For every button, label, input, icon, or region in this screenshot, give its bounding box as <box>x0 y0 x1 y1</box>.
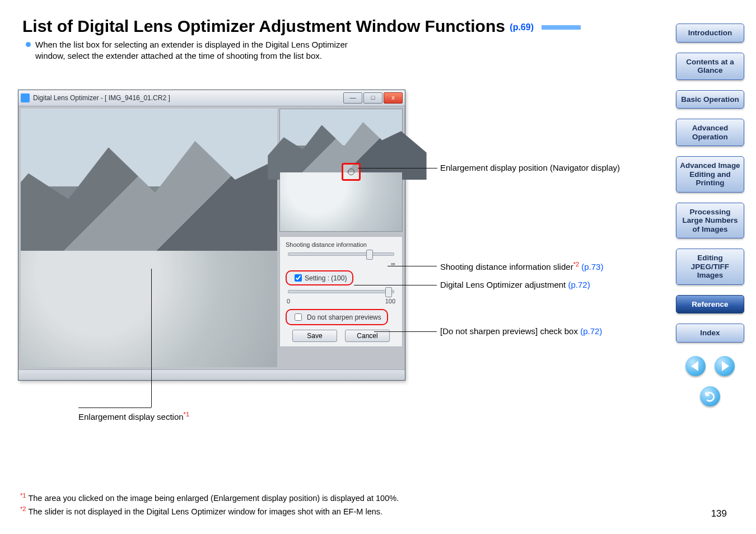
sidebar-item-introduction[interactable]: Introduction <box>676 24 744 43</box>
page-title: List of Digital Lens Optimizer Adjustmen… <box>22 17 734 36</box>
next-page-button[interactable] <box>715 356 735 376</box>
footnotes: *1The area you clicked on the image bein… <box>20 491 399 518</box>
prev-page-button[interactable] <box>685 356 706 376</box>
maximize-button[interactable]: □ <box>363 92 382 104</box>
setting-label: Setting : (100) <box>305 274 347 282</box>
minimize-button[interactable]: — <box>343 92 362 104</box>
callout-sharpen: [Do not sharpen previews] check box (p.7… <box>440 326 602 336</box>
title-text: List of Digital Lens Optimizer Adjustmen… <box>22 17 505 35</box>
scale-max: 100 <box>385 298 395 305</box>
back-button[interactable] <box>700 386 720 406</box>
sharpen-label: Do not sharpen previews <box>307 313 381 321</box>
dlo-window: Digital Lens Optimizer - [ IMG_9416_01.C… <box>18 90 405 381</box>
page-number: 139 <box>711 508 727 519</box>
title-page-ref[interactable]: (p.69) <box>510 22 534 32</box>
shooting-distance-panel: Shooting distance information ∞ Setting … <box>279 236 403 347</box>
app-icon <box>21 93 30 102</box>
navigator-display[interactable] <box>279 109 403 232</box>
callout-enlargement: Enlargement display section*1 <box>78 411 189 421</box>
sharpen-checkbox-chip[interactable]: Do not sharpen previews <box>286 309 388 325</box>
window-title: Digital Lens Optimizer - [ IMG_9416_01.C… <box>33 94 170 102</box>
setting-checkbox[interactable] <box>295 274 302 282</box>
callout-adjust: Digital Lens Optimizer adjustment (p.72) <box>440 280 590 289</box>
sidebar-item-basic-operation[interactable]: Basic Operation <box>676 90 744 109</box>
close-button[interactable]: x <box>384 92 403 104</box>
shooting-distance-slider[interactable] <box>288 252 394 256</box>
save-button[interactable]: Save <box>292 330 337 342</box>
pager <box>685 356 735 376</box>
sidebar-item-reference[interactable]: Reference <box>676 295 744 314</box>
intro-paragraph: When the list box for selecting an exten… <box>26 39 373 62</box>
title-accent-bar <box>542 25 581 30</box>
sidebar-item-processing-large-numbers-of-images[interactable]: Processing Large Numbers of Images <box>676 203 744 239</box>
sidebar-item-advanced-operation[interactable]: Advanced Operation <box>676 119 744 146</box>
callout-navigator: Enlargement display position (Navigator … <box>440 163 620 172</box>
intro-text: When the list box for selecting an exten… <box>35 39 373 62</box>
sidebar-item-contents-at-a-glance[interactable]: Contents at a Glance <box>676 53 744 80</box>
sidebar-item-index[interactable]: Index <box>676 324 744 343</box>
callout-slider: Shooting distance information slider*2 (… <box>440 261 603 271</box>
sidebar-item-editing-jpeg-tiff-images[interactable]: Editing JPEG/TIFF Images <box>676 249 744 285</box>
window-statusbar <box>18 369 405 380</box>
scale-min: 0 <box>287 298 290 305</box>
dlo-adjust-slider[interactable] <box>288 290 394 293</box>
shooting-distance-label: Shooting distance information <box>286 241 396 248</box>
bullet-icon <box>26 42 31 47</box>
enlargement-display-section[interactable] <box>21 109 277 367</box>
sharpen-checkbox[interactable] <box>295 313 302 321</box>
setting-checkbox-chip[interactable]: Setting : (100) <box>286 270 353 285</box>
enlargement-position-marker[interactable] <box>342 163 361 181</box>
sidebar-item-advanced-image-editing-and-printing[interactable]: Advanced Image Editing and Printing <box>676 156 744 193</box>
sidebar-nav: IntroductionContents at a GlanceBasic Op… <box>676 24 744 406</box>
window-titlebar[interactable]: Digital Lens Optimizer - [ IMG_9416_01.C… <box>18 90 405 106</box>
